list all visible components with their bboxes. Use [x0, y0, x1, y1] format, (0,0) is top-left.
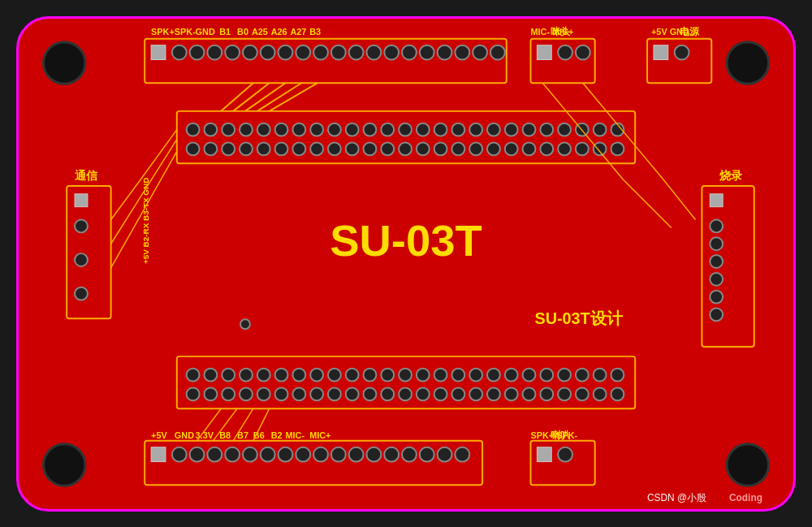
- svg-point-133: [381, 387, 394, 400]
- svg-point-52: [292, 123, 305, 136]
- svg-point-175: [331, 447, 346, 461]
- svg-point-141: [523, 387, 536, 400]
- svg-point-63: [487, 123, 500, 136]
- svg-point-95: [611, 142, 624, 155]
- svg-point-135: [417, 387, 430, 400]
- svg-point-166: [172, 447, 187, 461]
- svg-point-81: [364, 142, 377, 155]
- svg-text:B2: B2: [271, 430, 283, 439]
- svg-point-142: [540, 387, 553, 400]
- svg-text:+5V: +5V: [151, 430, 167, 439]
- svg-text:通信: 通信: [75, 169, 98, 182]
- svg-point-132: [364, 387, 377, 400]
- svg-point-140: [505, 387, 518, 400]
- svg-text:CSDN @小殷: CSDN @小殷: [647, 492, 706, 503]
- svg-point-162: [710, 308, 723, 321]
- svg-point-21: [438, 45, 452, 59]
- svg-text:SPK+: SPK+: [151, 26, 175, 36]
- svg-point-119: [576, 368, 589, 381]
- svg-point-61: [451, 123, 464, 136]
- svg-point-103: [292, 368, 305, 381]
- svg-text:B3: B3: [309, 26, 321, 36]
- svg-point-84: [417, 142, 430, 155]
- svg-point-90: [523, 142, 536, 155]
- svg-point-113: [469, 368, 482, 381]
- svg-point-173: [296, 447, 310, 461]
- svg-rect-149: [75, 193, 88, 206]
- svg-point-79: [328, 142, 341, 155]
- svg-point-178: [384, 447, 399, 461]
- svg-point-3: [727, 443, 768, 485]
- svg-point-125: [240, 387, 253, 400]
- svg-point-114: [487, 368, 500, 381]
- svg-point-76: [275, 142, 288, 155]
- svg-point-36: [558, 45, 572, 59]
- svg-point-78: [310, 142, 323, 155]
- svg-point-58: [399, 123, 412, 136]
- svg-point-10: [243, 45, 257, 59]
- svg-point-182: [455, 447, 469, 461]
- pcb-board: SPK+ SPK- GND B1 B0 A25 A26 A27 B3 MIC- …: [16, 16, 796, 512]
- svg-rect-156: [710, 193, 723, 206]
- svg-point-124: [222, 387, 235, 400]
- svg-point-160: [710, 272, 723, 285]
- svg-point-60: [434, 123, 447, 136]
- svg-point-104: [310, 368, 323, 381]
- svg-point-157: [710, 219, 723, 232]
- svg-point-151: [75, 253, 88, 266]
- svg-point-176: [349, 447, 364, 461]
- svg-point-71: [187, 142, 200, 155]
- svg-point-158: [710, 237, 723, 250]
- svg-point-127: [275, 387, 288, 400]
- svg-text:SU-03T设计: SU-03T设计: [534, 309, 623, 327]
- svg-rect-193: [537, 447, 551, 461]
- svg-point-169: [225, 447, 240, 461]
- svg-point-83: [399, 142, 412, 155]
- svg-point-75: [257, 142, 270, 155]
- svg-point-47: [204, 123, 217, 136]
- svg-text:Coding: Coding: [729, 492, 762, 503]
- svg-point-57: [381, 123, 394, 136]
- svg-rect-35: [537, 45, 551, 59]
- svg-text:A25: A25: [252, 26, 268, 36]
- svg-point-46: [187, 123, 200, 136]
- svg-point-174: [313, 447, 328, 461]
- svg-text:SU-03T: SU-03T: [330, 216, 482, 266]
- svg-point-194: [558, 447, 572, 461]
- svg-point-12: [279, 45, 293, 59]
- svg-point-0: [43, 41, 84, 83]
- svg-point-72: [204, 142, 217, 155]
- svg-point-97: [187, 368, 200, 381]
- svg-point-118: [558, 368, 571, 381]
- svg-text:烧录: 烧录: [719, 169, 743, 182]
- svg-point-134: [399, 387, 412, 400]
- svg-point-121: [611, 368, 624, 381]
- svg-point-106: [346, 368, 359, 381]
- svg-point-109: [399, 368, 412, 381]
- svg-point-49: [240, 123, 253, 136]
- svg-point-67: [558, 123, 571, 136]
- svg-point-56: [364, 123, 377, 136]
- svg-point-50: [257, 123, 270, 136]
- svg-rect-148: [67, 185, 110, 317]
- svg-point-14: [313, 45, 328, 59]
- svg-text:+5V  B2-RX  B3-TX  GND: +5V B2-RX B3-TX GND: [141, 177, 150, 263]
- svg-point-89: [505, 142, 518, 155]
- svg-rect-41: [654, 45, 668, 59]
- svg-point-53: [310, 123, 323, 136]
- svg-point-131: [346, 387, 359, 400]
- svg-point-116: [523, 368, 536, 381]
- svg-point-115: [505, 368, 518, 381]
- svg-point-129: [310, 387, 323, 400]
- svg-rect-155: [702, 185, 754, 346]
- svg-point-167: [190, 447, 205, 461]
- svg-point-18: [384, 45, 399, 59]
- svg-point-138: [469, 387, 482, 400]
- svg-point-37: [576, 45, 590, 59]
- svg-point-137: [451, 387, 464, 400]
- svg-text:A27: A27: [290, 26, 306, 36]
- svg-point-2: [43, 443, 84, 485]
- svg-point-139: [487, 387, 500, 400]
- svg-point-179: [402, 447, 417, 461]
- svg-point-69: [594, 123, 607, 136]
